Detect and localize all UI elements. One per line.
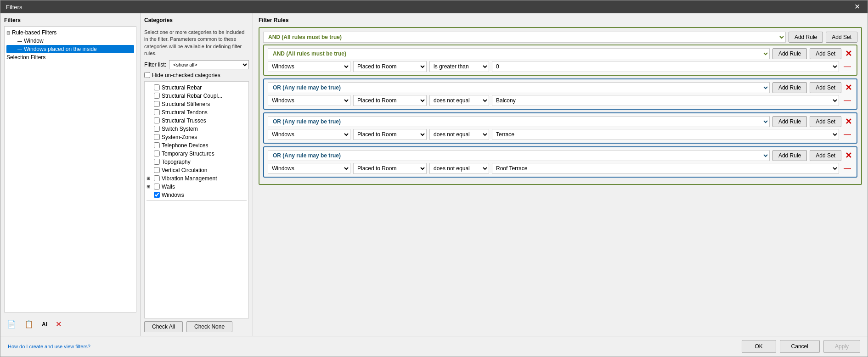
help-link[interactable]: How do I create and use view filters? (8, 344, 90, 349)
or-set-1-rule-remove-button[interactable]: — (842, 96, 853, 105)
or-set-1-remove-button[interactable]: ✕ (844, 83, 853, 93)
cat-switch-system: Switch System (147, 125, 247, 133)
inner-and-rule-remove-button[interactable]: — (842, 62, 853, 71)
top-and-add-rule-button[interactable]: Add Rule (789, 32, 823, 43)
tree-label-window: Window (24, 38, 44, 44)
or-set-2-add-rule-button[interactable]: Add Rule (772, 116, 807, 127)
check-all-button[interactable]: Check All (144, 321, 183, 332)
apply-button[interactable]: Apply (823, 340, 860, 353)
or-set-1-value-select[interactable]: Balcony (492, 95, 839, 106)
cat-checkbox-structural-trusses[interactable] (154, 117, 160, 123)
or-set-3-add-rule-button[interactable]: Add Rule (772, 150, 807, 161)
or-set-2-operator-select[interactable]: does not equal (429, 129, 489, 140)
cat-vibration-management: ⊞ Vibration Management (147, 174, 247, 183)
inner-and-value-select[interactable]: 0 (492, 61, 839, 72)
or-set-3-remove-button[interactable]: ✕ (844, 151, 853, 161)
or-set-1-select[interactable]: OR (Any rule may be true) (268, 82, 770, 93)
categories-description: Select one or more categories to be incl… (144, 29, 249, 57)
cat-label-system-zones: System-Zones (162, 134, 197, 140)
or-set-3-select[interactable]: OR (Any rule may be true) (268, 150, 770, 161)
title-bar: Filters ✕ (0, 0, 868, 13)
cat-checkbox-vibration-management[interactable] (154, 175, 160, 181)
cat-checkbox-telephone-devices[interactable] (154, 142, 160, 148)
or-set-2-select[interactable]: OR (Any rule may be true) (268, 116, 770, 127)
inner-and-set: AND (All rules must be true) Add Rule Ad… (263, 45, 857, 76)
inner-and-operator-select[interactable]: is greater than (429, 61, 489, 72)
filter-list-select[interactable]: <show all> (169, 60, 249, 69)
cat-label-vibration-management: Vibration Management (162, 175, 217, 182)
hide-unchecked-checkbox[interactable] (144, 72, 150, 78)
inner-and-param-select[interactable]: Placed to Room (353, 61, 427, 72)
or-set-2-param-select[interactable]: Placed to Room (353, 129, 427, 140)
or-set-2-rule-remove-button[interactable]: — (842, 130, 853, 139)
cat-label-structural-stiffeners: Structural Stiffeners (162, 101, 210, 107)
cancel-button[interactable]: Cancel (780, 340, 820, 353)
inner-and-add-set-button[interactable]: Add Set (810, 48, 841, 59)
cat-checkbox-structural-rebar-coupl[interactable] (154, 93, 160, 99)
or-set-2-value-select[interactable]: Terrace (492, 129, 839, 140)
or-set-3-rule-remove-button[interactable]: — (842, 164, 853, 173)
or-set-1-operator-select[interactable]: does not equal (429, 95, 489, 106)
inner-and-remove-button[interactable]: ✕ (844, 49, 853, 59)
cat-label-switch-system: Switch System (162, 126, 198, 132)
cat-telephone-devices: Telephone Devices (147, 141, 247, 150)
cat-structural-rebar: Structural Rebar (147, 84, 247, 92)
cat-label-vertical-circulation: Vertical Circulation (162, 167, 207, 173)
check-buttons: Check All Check None (144, 321, 249, 332)
delete-filter-button[interactable]: ✕ (53, 318, 64, 330)
new-filter-button[interactable]: 📄 (4, 318, 19, 330)
inner-and-add-rule-button[interactable]: Add Rule (772, 48, 807, 59)
or-set-2-category-select[interactable]: Windows (268, 129, 350, 140)
or-set-3-header: OR (Any rule may be true) Add Rule Add S… (268, 150, 853, 161)
or-set-1-param-select[interactable]: Placed to Room (353, 95, 427, 106)
or-set-3-operator-select[interactable]: does not equal (429, 163, 489, 174)
expand-walls-icon[interactable]: ⊞ (147, 184, 152, 189)
or-set-1-header: OR (Any rule may be true) Add Rule Add S… (268, 82, 853, 93)
tree-dash-icon: — (17, 39, 22, 44)
cat-checkbox-topography[interactable] (154, 159, 160, 165)
close-button[interactable]: ✕ (852, 3, 862, 11)
check-none-button[interactable]: Check None (186, 321, 232, 332)
or-set-3-param-select[interactable]: Placed to Room (353, 163, 427, 174)
ok-button[interactable]: OK (742, 340, 776, 353)
or-set-3-category-select[interactable]: Windows (268, 163, 350, 174)
or-set-1-add-rule-button[interactable]: Add Rule (772, 82, 807, 93)
cat-checkbox-vertical-circulation[interactable] (154, 167, 160, 173)
cat-label-walls: Walls (162, 184, 175, 190)
or-set-2-add-set-button[interactable]: Add Set (810, 116, 841, 127)
cat-checkbox-switch-system[interactable] (154, 126, 160, 132)
top-and-add-set-button[interactable]: Add Set (826, 32, 857, 43)
expand-icon: ⊟ (6, 30, 10, 35)
cat-label-structural-rebar: Structural Rebar (162, 84, 202, 91)
hide-unchecked-label[interactable]: Hide un-checked categories (152, 72, 220, 78)
or-set-3-add-set-button[interactable]: Add Set (810, 150, 841, 161)
or-set-3-value-select[interactable]: Roof Terrace (492, 163, 839, 174)
cat-checkbox-structural-tendons[interactable] (154, 109, 160, 115)
rename-filter-button[interactable]: AI (39, 318, 50, 330)
top-and-select[interactable]: AND (All rules must be true) (263, 32, 786, 43)
or-set-1-add-set-button[interactable]: Add Set (810, 82, 841, 93)
inner-and-category-select[interactable]: Windows (268, 61, 350, 72)
or-set-1-category-select[interactable]: Windows (268, 95, 350, 106)
cat-walls: ⊞ Walls (147, 183, 247, 191)
inner-and-select[interactable]: AND (All rules must be true) (268, 48, 770, 59)
expand-vibration-icon[interactable]: ⊞ (147, 176, 152, 181)
cat-checkbox-walls[interactable] (154, 184, 160, 190)
tree-item-windows-placed[interactable]: — Windows placed on the inside (6, 45, 134, 53)
or-set-1: OR (Any rule may be true) Add Rule Add S… (263, 78, 857, 110)
cat-checkbox-structural-stiffeners[interactable] (154, 101, 160, 107)
tree-label-selection-filters: Selection Filters (6, 54, 45, 61)
cat-checkbox-temporary-structures[interactable] (154, 151, 160, 156)
tree-item-selection-filters[interactable]: Selection Filters (6, 53, 134, 61)
cat-checkbox-system-zones[interactable] (154, 134, 160, 140)
or-set-2-remove-button[interactable]: ✕ (844, 117, 853, 127)
cat-windows: Windows (147, 191, 247, 199)
tree-item-rule-based[interactable]: ⊟ Rule-based Filters (6, 28, 134, 37)
cat-checkbox-structural-rebar[interactable] (154, 84, 160, 90)
cat-checkbox-windows[interactable] (154, 192, 160, 198)
copy-filter-button[interactable]: 📋 (22, 318, 36, 330)
footer-buttons: OK Cancel Apply (742, 340, 860, 353)
cat-label-topography: Topography (162, 159, 191, 165)
tree-item-window[interactable]: — Window (6, 37, 134, 45)
cat-topography: Topography (147, 158, 247, 166)
